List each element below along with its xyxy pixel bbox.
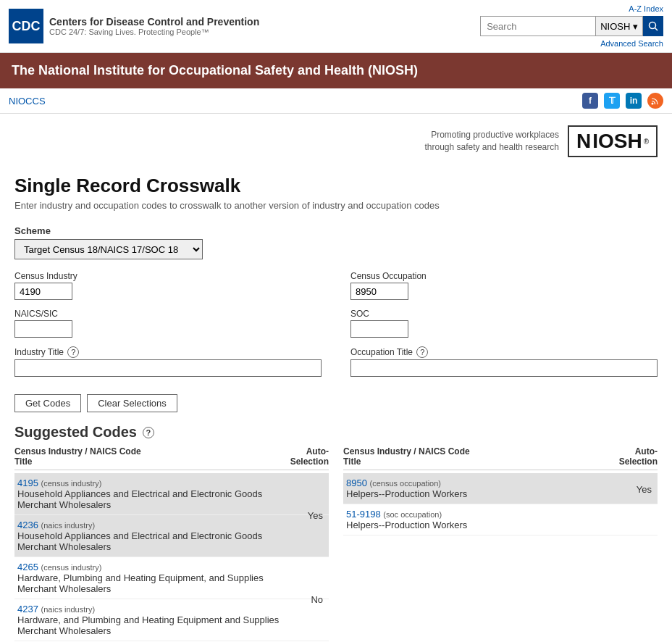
results-left-header: Census Industry / NAICS Code Title Auto-… bbox=[14, 446, 329, 470]
left-header-subtitle: Title bbox=[14, 457, 141, 467]
left-result-code-1[interactable]: 4195 bbox=[17, 478, 38, 488]
clear-selections-button[interactable]: Clear Selections bbox=[87, 394, 177, 412]
niosh-logo-area: Promoting productive workplaces through … bbox=[0, 114, 672, 163]
form-two-col: Census Industry NAICS/SIC Industry Title… bbox=[14, 271, 658, 385]
search-button[interactable] bbox=[643, 16, 663, 36]
page-header: CDC Centers for Disease Control and Prev… bbox=[0, 0, 672, 53]
left-result-row-1: 4195 (census industry) Household Applian… bbox=[14, 473, 329, 515]
twitter-icon[interactable]: 𝕋 bbox=[604, 93, 620, 109]
left-header-title: Census Industry / NAICS Code bbox=[14, 446, 141, 457]
occupation-title-input[interactable] bbox=[350, 359, 658, 377]
registered-mark: ® bbox=[644, 138, 649, 146]
cdc-title: Centers for Disease Control and Preventi… bbox=[49, 16, 259, 36]
suggested-codes-title: Suggested Codes ? bbox=[14, 424, 658, 441]
get-codes-button[interactable]: Get Codes bbox=[14, 394, 81, 412]
suggested-codes-help-icon[interactable]: ? bbox=[143, 427, 154, 438]
right-result-group-2: 51-9198 (soc occupation) Helpers--Produc… bbox=[343, 504, 658, 535]
left-result-code-2[interactable]: 4236 bbox=[17, 520, 38, 530]
niosh-banner: The National Institute for Occupational … bbox=[0, 53, 672, 88]
page-subtitle: Enter industry and occupation codes to c… bbox=[14, 200, 658, 211]
census-industry-label: Census Industry bbox=[14, 271, 322, 281]
right-result-group-1: 8950 (census occupation) Helpers--Produc… bbox=[343, 473, 658, 504]
left-result-code-3[interactable]: 4265 bbox=[17, 562, 38, 572]
cdc-tagline: CDC 24/7: Saving Lives. Protecting Peopl… bbox=[49, 28, 259, 36]
results-left-header-col2: Auto- Selection bbox=[290, 446, 329, 467]
search-icon bbox=[648, 21, 658, 31]
naics-sic-group: NAICS/SIC bbox=[14, 309, 322, 338]
scheme-section: Scheme Target Census 18/NAICS 17/SOC 18 … bbox=[14, 225, 658, 259]
census-occupation-input[interactable] bbox=[350, 283, 408, 300]
soc-input[interactable] bbox=[350, 320, 408, 338]
results-two-col: Census Industry / NAICS Code Title Auto-… bbox=[14, 446, 658, 641]
niosh-dropdown-btn[interactable]: NIOSH ▾ bbox=[596, 16, 643, 36]
rss-svg bbox=[651, 96, 660, 105]
right-result-type-2: (soc occupation) bbox=[383, 510, 442, 519]
facebook-icon[interactable]: f bbox=[582, 93, 598, 109]
left-result-group-1: 4195 (census industry) Household Applian… bbox=[14, 473, 329, 557]
left-auto-sel-yes: Yes bbox=[308, 510, 323, 521]
cdc-logo: CDC bbox=[9, 9, 43, 43]
right-result-title-2: Helpers--Production Workers bbox=[346, 520, 621, 530]
nioccs-nav-link[interactable]: NIOCCS bbox=[9, 96, 46, 107]
page-title: Single Record Crosswalk bbox=[14, 175, 658, 197]
rss-icon[interactable] bbox=[647, 93, 663, 109]
linkedin-icon[interactable]: in bbox=[626, 93, 642, 109]
census-industry-input[interactable] bbox=[14, 283, 72, 300]
results-col-right: Census Industry / NAICS Code Title Auto-… bbox=[343, 446, 658, 641]
occupation-title-label: Occupation Title ? bbox=[350, 346, 658, 358]
button-row: Get Codes Clear Selections bbox=[14, 394, 658, 412]
results-right-header-col2: Auto- Selection bbox=[619, 446, 658, 467]
occupation-title-group: Occupation Title ? bbox=[350, 346, 658, 377]
svg-point-0 bbox=[650, 22, 656, 29]
scheme-select[interactable]: Target Census 18/NAICS 17/SOC 18 Source … bbox=[14, 239, 203, 259]
results-col-left: Census Industry / NAICS Code Title Auto-… bbox=[14, 446, 329, 641]
left-result-row-2: 4236 (naics industry) Household Applianc… bbox=[14, 515, 329, 557]
scheme-label: Scheme bbox=[14, 225, 658, 236]
industry-title-input[interactable] bbox=[14, 359, 322, 377]
occupation-title-help-icon[interactable]: ? bbox=[416, 346, 428, 358]
right-result-code-1[interactable]: 8950 bbox=[346, 478, 367, 488]
header-left: CDC Centers for Disease Control and Prev… bbox=[9, 9, 259, 43]
naics-sic-input[interactable] bbox=[14, 320, 72, 338]
left-result-title-2: Household Appliances and Electrical and … bbox=[17, 530, 293, 552]
search-row: NIOSH ▾ bbox=[480, 16, 663, 36]
industry-title-group: Industry Title ? bbox=[14, 346, 322, 377]
left-result-code-4[interactable]: 4237 bbox=[17, 604, 38, 614]
right-auto-sel-yes: Yes bbox=[637, 483, 652, 494]
search-input[interactable] bbox=[480, 16, 596, 36]
left-result-title-4: Hardware, and Plumbing and Heating Equip… bbox=[17, 614, 293, 636]
industry-title-label: Industry Title ? bbox=[14, 346, 322, 358]
header-right: A-Z Index NIOSH ▾ Advanced Search bbox=[480, 4, 663, 48]
left-result-row-3: 4265 (census industry) Hardware, Plumbin… bbox=[14, 557, 329, 599]
form-col-left: Census Industry NAICS/SIC Industry Title… bbox=[14, 271, 322, 385]
left-result-type-2: (naics industry) bbox=[41, 521, 96, 530]
az-index-link[interactable]: A-Z Index bbox=[629, 4, 663, 13]
census-industry-group: Census Industry bbox=[14, 271, 322, 300]
right-result-row-1: 8950 (census occupation) Helpers--Produc… bbox=[343, 473, 658, 504]
advanced-search-link[interactable]: Advanced Search bbox=[600, 39, 663, 48]
tagline-line2: through safety and health research bbox=[424, 141, 558, 154]
right-result-code-2[interactable]: 51-9198 bbox=[346, 509, 381, 520]
form-col-right: Census Occupation SOC Occupation Title ? bbox=[350, 271, 658, 385]
svg-line-1 bbox=[655, 28, 658, 31]
banner-title: The National Institute for Occupational … bbox=[12, 63, 418, 78]
niosh-logo-text: IOSH bbox=[592, 130, 642, 153]
right-result-title-1: Helpers--Production Workers bbox=[346, 488, 621, 499]
naics-sic-label: NAICS/SIC bbox=[14, 309, 322, 319]
left-result-type-1: (census industry) bbox=[41, 479, 102, 488]
tagline-line1: Promoting productive workplaces bbox=[424, 129, 558, 141]
right-result-type-1: (census occupation) bbox=[370, 479, 441, 488]
left-result-type-3: (census industry) bbox=[41, 563, 102, 572]
census-occupation-group: Census Occupation bbox=[350, 271, 658, 300]
results-right-header: Census Industry / NAICS Code Title Auto-… bbox=[343, 446, 658, 470]
results-right-header-col1: Census Industry / NAICS Code Title bbox=[343, 446, 470, 467]
soc-label: SOC bbox=[350, 309, 658, 319]
left-auto-sel-no: No bbox=[311, 594, 323, 605]
left-result-title-3: Hardware, Plumbing and Heating Equipment… bbox=[17, 572, 293, 594]
social-icons: f 𝕋 in bbox=[582, 93, 663, 109]
soc-group: SOC bbox=[350, 309, 658, 338]
svg-point-2 bbox=[652, 103, 654, 105]
industry-title-help-icon[interactable]: ? bbox=[67, 346, 79, 358]
results-left-header-col1: Census Industry / NAICS Code Title bbox=[14, 446, 141, 467]
right-result-row-2: 51-9198 (soc occupation) Helpers--Produc… bbox=[343, 504, 658, 535]
